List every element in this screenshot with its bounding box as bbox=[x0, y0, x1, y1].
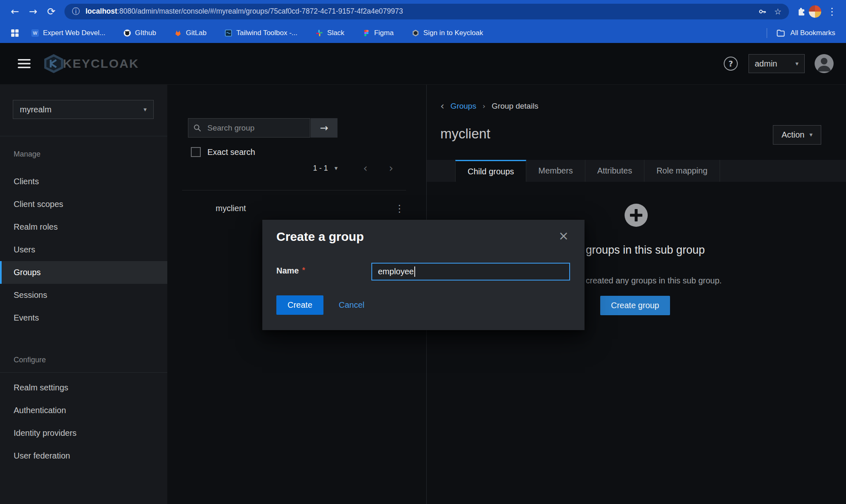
reload-icon[interactable]: ⟳ bbox=[42, 2, 60, 21]
folder-icon bbox=[776, 29, 785, 38]
browser-menu-icon[interactable]: ⋮ bbox=[824, 7, 840, 17]
chevron-down-icon: ▾ bbox=[809, 132, 813, 138]
sidebar-item-label: Realm settings bbox=[14, 383, 68, 392]
forward-icon[interactable]: → bbox=[24, 2, 42, 21]
plus-circle-icon bbox=[624, 203, 649, 229]
bookmarks-bar: W Expert Web Devel... GIthub GitLab Tail… bbox=[0, 23, 846, 43]
sidebar-item-label: Client scopes bbox=[14, 200, 63, 209]
bookmark-label: Expert Web Devel... bbox=[43, 29, 105, 37]
figma-icon bbox=[363, 29, 370, 37]
all-bookmarks-button[interactable]: All Bookmarks bbox=[776, 29, 835, 38]
create-group-modal: Create a group × Name* employee Create C… bbox=[262, 220, 585, 330]
breadcrumb-back-icon[interactable]: ‹ bbox=[440, 101, 444, 111]
back-icon[interactable]: ← bbox=[6, 2, 24, 21]
brand-text: KEYCLOAK bbox=[63, 57, 139, 71]
bookmark-item[interactable]: Slack bbox=[316, 29, 345, 37]
bookmark-item[interactable]: W Expert Web Devel... bbox=[31, 29, 105, 37]
user-avatar[interactable] bbox=[815, 54, 834, 73]
site-info-icon[interactable]: ⓘ bbox=[72, 7, 80, 15]
sidebar-item-realm-settings[interactable]: Realm settings bbox=[0, 376, 167, 399]
tab-members[interactable]: Members bbox=[526, 160, 585, 182]
nav-toggle-icon[interactable] bbox=[15, 55, 34, 72]
apps-grid-icon[interactable] bbox=[11, 29, 19, 37]
sidebar-item-events[interactable]: Events bbox=[0, 307, 167, 329]
help-icon[interactable]: ? bbox=[724, 57, 738, 71]
pagination: 1 - 1 ▾ ‹ › bbox=[167, 160, 393, 176]
sidebar-divider bbox=[0, 136, 167, 136]
address-bar[interactable]: ⓘ localhost:8080/admin/master/console/#/… bbox=[64, 4, 789, 19]
bookmark-item[interactable]: GitLab bbox=[174, 29, 207, 37]
extensions-icon[interactable] bbox=[797, 7, 806, 16]
sidebar-item-user-federation[interactable]: User federation bbox=[0, 445, 167, 467]
nav-section-configure: Configure bbox=[14, 356, 46, 364]
sidebar-item-clients[interactable]: Clients bbox=[0, 170, 167, 193]
passwords-key-icon[interactable] bbox=[758, 7, 767, 16]
bookmark-item[interactable]: Tailwind Toolbox -... bbox=[225, 29, 297, 37]
bookmark-item[interactable]: Figma bbox=[363, 29, 394, 37]
action-dropdown-button[interactable]: Action ▾ bbox=[773, 125, 821, 145]
sidebar-divider bbox=[0, 372, 167, 373]
sidebar-item-identity-providers[interactable]: Identity providers bbox=[0, 422, 167, 445]
row-kebab-icon[interactable]: ⋮ bbox=[390, 202, 409, 215]
breadcrumb-groups-link[interactable]: Groups bbox=[451, 102, 476, 111]
sidebar-item-authentication[interactable]: Authentication bbox=[0, 399, 167, 422]
browser-profile-avatar[interactable] bbox=[809, 5, 821, 18]
sidebar-item-sessions[interactable]: Sessions bbox=[0, 284, 167, 307]
group-name-input[interactable]: employee bbox=[371, 263, 570, 281]
tab-attributes[interactable]: Attributes bbox=[585, 160, 644, 182]
keycloak-logo-icon bbox=[43, 54, 64, 73]
keycloak-brand[interactable]: KEYCLOAK bbox=[43, 54, 139, 73]
bookmark-item[interactable]: GIthub bbox=[124, 29, 156, 37]
modal-create-button[interactable]: Create bbox=[276, 295, 323, 315]
close-icon[interactable]: × bbox=[555, 229, 572, 243]
sidebar-item-label: Realm roles bbox=[14, 222, 58, 232]
tab-label: Role mapping bbox=[656, 166, 707, 176]
sidebar-item-label: Clients bbox=[14, 177, 39, 186]
user-menu-dropdown[interactable]: admin ▾ bbox=[749, 54, 805, 73]
sidebar-item-label: Events bbox=[14, 313, 39, 323]
bookmark-label: Sign in to Keycloak bbox=[423, 29, 483, 37]
exact-search-checkbox[interactable] bbox=[191, 147, 201, 157]
sidebar-item-realm-roles[interactable]: Realm roles bbox=[0, 216, 167, 238]
next-page-icon[interactable]: › bbox=[389, 163, 393, 174]
realm-selector[interactable]: myrealm ▾ bbox=[13, 100, 154, 119]
sidebar-item-label: Users bbox=[14, 245, 35, 254]
sidebar-item-users[interactable]: Users bbox=[0, 238, 167, 261]
name-label-text: Name bbox=[276, 266, 299, 275]
search-group-input[interactable] bbox=[188, 118, 310, 138]
sidebar-item-client-scopes[interactable]: Client scopes bbox=[0, 193, 167, 216]
tailwind-toolbox-icon bbox=[225, 29, 232, 37]
pagination-range: 1 - 1 bbox=[313, 164, 328, 173]
exact-search-row: Exact search bbox=[191, 147, 255, 157]
sidebar-item-label: Groups bbox=[14, 268, 41, 277]
list-divider bbox=[182, 190, 406, 190]
create-group-button[interactable]: Create group bbox=[600, 296, 670, 315]
tab-label: Child groups bbox=[468, 167, 514, 176]
bookmark-label: Figma bbox=[374, 29, 394, 37]
tab-role-mapping[interactable]: Role mapping bbox=[644, 160, 720, 182]
bookmark-label: Tailwind Toolbox -... bbox=[236, 29, 297, 37]
realm-selector-label: myrealm bbox=[20, 105, 52, 114]
tab-child-groups[interactable]: Child groups bbox=[455, 160, 526, 182]
sidebar-item-label: Identity providers bbox=[14, 428, 76, 438]
search-submit-button[interactable]: → bbox=[311, 118, 337, 138]
bookmark-star-icon[interactable]: ☆ bbox=[774, 7, 782, 16]
bookmark-label: Slack bbox=[327, 29, 345, 37]
sidebar-item-groups[interactable]: Groups bbox=[0, 261, 167, 284]
url-text: localhost:8080/admin/master/console/#/my… bbox=[86, 7, 751, 16]
pagination-options-icon[interactable]: ▾ bbox=[335, 165, 338, 171]
bookmark-item[interactable]: Sign in to Keycloak bbox=[412, 29, 483, 37]
screen: ← → ⟳ ⓘ localhost:8080/admin/master/cons… bbox=[0, 0, 846, 504]
modal-title: Create a group bbox=[276, 230, 364, 244]
previous-page-icon[interactable]: ‹ bbox=[363, 163, 367, 174]
name-field-label: Name* bbox=[276, 266, 305, 276]
tab-label: Members bbox=[538, 166, 573, 176]
empty-state-heading: groups in this sub group bbox=[586, 244, 705, 257]
group-tree-row[interactable]: myclient ⋮ bbox=[167, 197, 426, 220]
sidebar: myrealm ▾ Manage Clients Client scopes R… bbox=[0, 85, 167, 504]
empty-state-description: created any groups in this sub group. bbox=[586, 276, 722, 285]
sidebar-item-label: Authentication bbox=[14, 406, 66, 415]
sidebar-item-label: User federation bbox=[14, 451, 70, 461]
group-search-row: → bbox=[188, 118, 337, 138]
modal-cancel-link[interactable]: Cancel bbox=[339, 300, 364, 310]
